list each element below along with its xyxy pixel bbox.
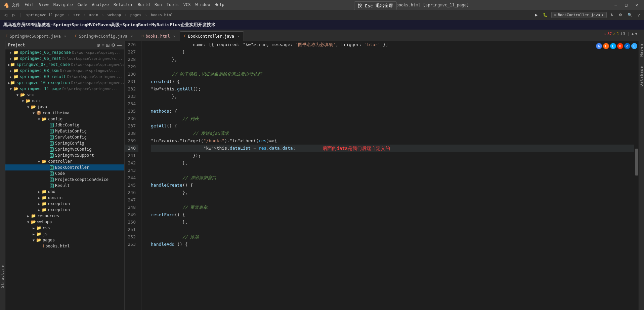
tree-item[interactable]: ▶ 📁 springmvc_05_response D:\workspace\s… <box>5 49 124 55</box>
tab-close-icon-4[interactable]: ✕ <box>238 34 240 38</box>
firefox-icon[interactable]: F <box>603 43 609 49</box>
tree-item-bookcontroller[interactable]: ▶ C BookController <box>5 164 124 170</box>
window-controls[interactable]: — □ ✕ <box>612 3 641 7</box>
toolbar-back-btn[interactable]: ◁ <box>3 12 9 18</box>
tree-item-pea[interactable]: ▶ C ProjectExceptionAdvice <box>5 177 124 183</box>
sidebar-settings-btn[interactable]: ⚙ <box>111 42 116 48</box>
nav-up-btn[interactable]: ▲ <box>632 32 634 36</box>
scroll-thumb[interactable] <box>635 149 638 176</box>
edge-icon[interactable]: E <box>610 43 616 49</box>
tree-item-servletconfig[interactable]: ▶ C ServletConfig <box>5 134 124 140</box>
tab-springmvcsupport[interactable]: C SpringMvcSupport.java ✕ <box>1 31 71 41</box>
sidebar-close-btn[interactable]: — <box>117 42 122 48</box>
menu-view[interactable]: View <box>39 2 49 8</box>
toolbar-reload-btn[interactable]: ↻ <box>609 12 615 18</box>
tree-item-controller[interactable]: ▼ 📂 controller <box>5 158 124 164</box>
menu-refactor[interactable]: Refactor <box>114 2 133 8</box>
tree-item-js[interactable]: ▶ 📁 js <box>5 231 124 237</box>
tree-item-jdbcconfig[interactable]: ▶ C JdbcConfig <box>5 122 124 128</box>
tree-item[interactable]: ▶ 📁 springmvc_07_rest_case D:\workspace\… <box>5 62 124 68</box>
tree-springmvcsupport-label: SpringMvcSupport <box>55 153 94 158</box>
tree-path-6: D:\workspace\springmvc... <box>71 81 125 85</box>
tree-item[interactable]: ▶ 📁 springmvc_09_result D:\workspace\spr… <box>5 74 124 80</box>
collapse-arrow: ▶ <box>8 69 13 73</box>
ie-icon[interactable]: e <box>624 43 630 49</box>
tree-item-springmvcsupport[interactable]: ▶ C SpringMvcSupport <box>5 152 124 158</box>
tree-item-mybatisconfig[interactable]: ▶ C MyBatisConfig <box>5 128 124 134</box>
code-line-250: }, <box>151 219 634 226</box>
menu-navigate[interactable]: Navigate <box>53 2 73 8</box>
tree-item-service[interactable]: ▶ 📁 exception <box>5 207 124 213</box>
html-file-icon: H <box>141 34 143 38</box>
tab-close-icon-3[interactable]: ✕ <box>173 34 175 38</box>
tree-service-label: exception <box>48 207 70 212</box>
tree-item-java[interactable]: ▼ 📂 java <box>5 104 124 110</box>
menu-tools[interactable]: Tools <box>167 2 179 8</box>
scroll-track[interactable] <box>634 41 639 310</box>
folder-icon-2: 📁 <box>13 56 18 61</box>
toolbar-debug-btn[interactable]: 🐛 <box>541 12 549 18</box>
esc-button[interactable]: Esc <box>365 3 373 8</box>
toolbar-forward-btn[interactable]: ▷ <box>11 12 17 18</box>
tab-close-icon-2[interactable]: ✕ <box>131 34 133 38</box>
tree-item-domain[interactable]: ▶ 📁 domain <box>5 195 124 201</box>
tree-item-exception[interactable]: ▶ 📁 exception <box>5 201 124 207</box>
tree-src-label: src <box>27 92 34 97</box>
tab-bookshtml[interactable]: H books.html ✕ <box>137 31 179 41</box>
popup-pre-text: 按 <box>358 3 362 9</box>
menu-help[interactable]: Help <box>215 2 224 8</box>
tree-item-css[interactable]: ▶ 📁 css <box>5 225 124 231</box>
tree-item[interactable]: ▶ 📁 springmvc_10_exception D:\workspace\… <box>5 80 124 86</box>
structure-tab[interactable]: Structure <box>0 265 5 288</box>
toolbar-help-btn[interactable]: ? <box>636 12 641 18</box>
tree-item-dao[interactable]: ▶ 📁 dao <box>5 189 124 195</box>
tab-springmvcconfig[interactable]: C SpringMvcConfig.java ✕ <box>71 31 137 41</box>
tab-close-icon[interactable]: ✕ <box>64 34 66 38</box>
tree-item-config[interactable]: ▼ 📂 config <box>5 116 124 122</box>
tree-item-code[interactable]: ▶ C Code <box>5 170 124 177</box>
sidebar-expand-btn[interactable]: ⊞ <box>106 42 110 48</box>
tree-item-springmvcconfig[interactable]: ▶ C SpringMvcConfig <box>5 146 124 152</box>
edge2-icon[interactable]: E <box>631 43 637 49</box>
tree-item-result[interactable]: ▶ C Result <box>5 183 124 189</box>
opera-icon[interactable]: O <box>617 43 623 49</box>
close-btn[interactable]: ✕ <box>633 3 641 7</box>
menu-file[interactable]: 文件 <box>12 2 20 8</box>
tree-item-resources[interactable]: ▶ 📁 resources <box>5 213 124 219</box>
tree-item-springconfig[interactable]: ▶ C SpringConfig <box>5 140 124 146</box>
tree-item-webapp[interactable]: ▼ 📂 webapp <box>5 219 124 225</box>
chrome-icon[interactable]: G <box>596 43 602 49</box>
toolbar-settings-btn[interactable]: ⚙ <box>617 12 624 18</box>
menu-build[interactable]: Build <box>138 2 150 8</box>
maximize-btn[interactable]: □ <box>622 3 630 7</box>
tree-path-4: D:\workspace\springmvc\s... <box>60 69 120 73</box>
code-content[interactable]: name: [{ required: "kw">true, message: '… <box>148 41 634 310</box>
menu-analyze[interactable]: Analyze <box>92 2 109 8</box>
tree-item-11page[interactable]: ▼ 📂 springmvc_11_page D:\workspace\sprin… <box>5 86 124 92</box>
sidebar-collapse-btn[interactable]: ≡ <box>102 42 104 48</box>
database-tab[interactable]: Database <box>639 66 644 86</box>
menu-code[interactable]: Code <box>78 2 87 8</box>
menu-bar[interactable]: 文件 Edit View Navigate Code Analyze Refac… <box>12 2 224 8</box>
tree-item-bookshtml[interactable]: ▶ H books.html <box>5 243 124 249</box>
collapse-arrow-dao: ▶ <box>36 190 42 194</box>
toolbar-search-btn[interactable]: 🔍 <box>626 12 634 18</box>
maven-tab[interactable]: Maven <box>639 44 644 56</box>
tree-item-pages[interactable]: ▼ 📂 pages <box>5 237 124 243</box>
tree-item-src[interactable]: ▼ 📂 src <box>5 92 124 98</box>
menu-edit[interactable]: Edit <box>25 2 34 8</box>
sidebar-locate-btn[interactable]: ⊕ <box>96 42 100 48</box>
menu-window[interactable]: Window <box>196 2 210 8</box>
tree-item-com[interactable]: ▼ 📦 com.itheima <box>5 110 124 116</box>
minimize-btn[interactable]: — <box>612 3 619 7</box>
tree-item[interactable]: ▶ 📁 springmvc_08_ssm D:\workspace\spring… <box>5 68 124 74</box>
tab-bookcontroller[interactable]: C BookController.java ✕ <box>180 31 244 41</box>
folder-icon: 📁 <box>13 50 18 55</box>
tree-item-main[interactable]: ▼ 📂 main <box>5 98 124 104</box>
menu-run[interactable]: Run <box>155 2 162 8</box>
toolbar-run-btn[interactable]: ▶ <box>533 12 539 18</box>
nav-down-btn[interactable]: ▼ <box>635 32 637 36</box>
tree-item[interactable]: ▶ 📁 springmvc_06_rest D:\workspace\sprin… <box>5 55 124 62</box>
menu-vcs[interactable]: VCS <box>183 2 191 8</box>
run-config[interactable]: ⚙ BookController.java ▾ <box>551 12 607 18</box>
